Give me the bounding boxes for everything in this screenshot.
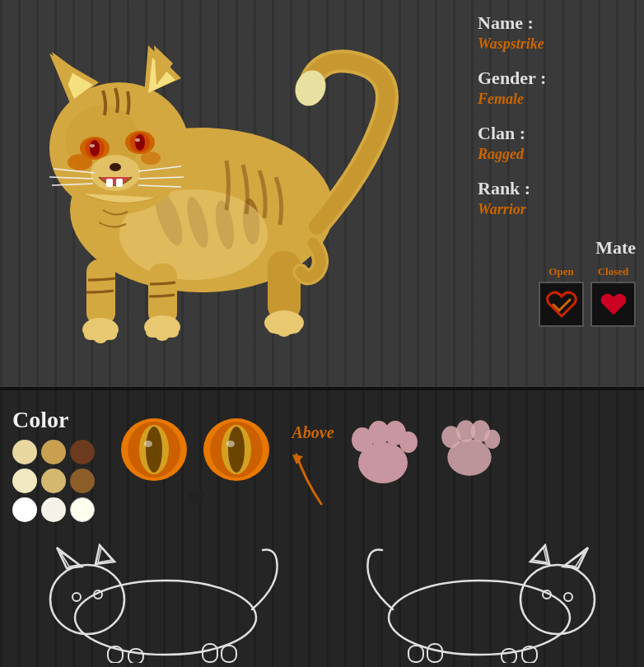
paw-row [346, 415, 502, 489]
svg-point-48 [287, 324, 301, 334]
svg-rect-90 [408, 646, 423, 662]
mate-options: Open Closed [478, 265, 636, 327]
svg-point-71 [75, 581, 256, 655]
closed-label: Closed [598, 265, 629, 278]
swatch-9 [70, 497, 95, 522]
cat-illustration [21, 21, 449, 366]
gender-label: Gender : [478, 68, 636, 89]
svg-rect-24 [106, 179, 113, 187]
swatch-1 [12, 440, 37, 464]
svg-point-79 [72, 593, 81, 601]
svg-rect-88 [502, 649, 516, 663]
name-label: Name : [478, 12, 636, 34]
above-label: Above [292, 423, 334, 442]
svg-point-43 [166, 328, 179, 338]
color-section: Color [12, 407, 95, 522]
svg-rect-76 [128, 649, 143, 663]
above-arrow [288, 446, 338, 512]
bottom-section: Color [0, 390, 644, 667]
cat-outline-right [356, 543, 603, 663]
svg-point-53 [146, 427, 162, 473]
svg-point-83 [389, 581, 570, 655]
mate-section: Mate Open [478, 237, 636, 327]
svg-point-58 [228, 427, 245, 473]
above-annotation: Above [288, 423, 338, 512]
info-panel: Name : Waspstrike Gender : Female Clan :… [469, 0, 644, 387]
svg-point-70 [484, 430, 501, 449]
clan-row: Clan : Ragged [478, 123, 636, 163]
swatch-6 [70, 469, 95, 493]
top-section: Name : Waspstrike Gender : Female Clan :… [0, 0, 644, 387]
open-box [539, 282, 584, 327]
closed-box [590, 282, 636, 327]
eyes-container [119, 415, 272, 485]
svg-point-21 [135, 138, 140, 142]
closed-option: Closed [590, 265, 636, 327]
name-row: Name : Waspstrike [478, 12, 636, 53]
main-container: Name : Waspstrike Gender : Female Clan :… [0, 0, 644, 667]
swatch-4 [12, 469, 37, 493]
paw-print-2 [436, 415, 502, 481]
left-eye-illustration [119, 415, 189, 485]
color-swatches [12, 440, 95, 522]
clan-value: Ragged [478, 146, 636, 163]
swatch-5 [41, 469, 66, 493]
svg-point-65 [399, 431, 418, 453]
paw-section [346, 415, 502, 489]
open-label: Open [548, 265, 573, 278]
svg-point-20 [135, 134, 145, 151]
gender-row: Gender : Female [478, 68, 636, 108]
svg-rect-78 [222, 646, 236, 662]
open-option: Open [539, 265, 584, 327]
swatch-3 [70, 440, 95, 464]
mate-label: Mate [478, 237, 636, 259]
color-title: Color [12, 407, 95, 433]
svg-point-17 [90, 144, 95, 147]
svg-point-27 [141, 152, 161, 165]
svg-point-59 [226, 441, 235, 447]
cat-outline-left [42, 543, 289, 663]
cat-outlines-section [0, 543, 644, 663]
svg-point-26 [68, 154, 92, 170]
svg-marker-60 [292, 455, 303, 464]
svg-rect-25 [116, 179, 123, 187]
cat-illustration-area [0, 0, 469, 387]
clan-label: Clan : [478, 123, 636, 144]
svg-marker-94 [533, 548, 547, 562]
svg-rect-89 [427, 644, 442, 662]
rank-label: Rank : [478, 178, 636, 199]
open-heart-icon [545, 290, 578, 320]
rank-value: Warrior [478, 201, 636, 218]
swatch-7 [12, 497, 37, 522]
svg-rect-77 [203, 644, 217, 662]
gender-value: Female [478, 91, 636, 108]
svg-point-91 [564, 593, 572, 601]
svg-point-38 [104, 330, 117, 340]
right-eye-illustration [202, 415, 272, 485]
name-value: Waspstrike [478, 35, 636, 53]
svg-point-23 [110, 163, 121, 171]
swatch-8 [41, 497, 66, 522]
svg-point-54 [144, 441, 152, 447]
swatch-2 [41, 440, 66, 464]
eyes-section: Above [119, 415, 272, 506]
closed-heart-icon [599, 292, 628, 318]
paw-print-1 [346, 415, 420, 489]
nose-icon [186, 492, 206, 506]
rank-row: Rank : Warrior [478, 178, 636, 218]
svg-point-16 [90, 140, 100, 156]
